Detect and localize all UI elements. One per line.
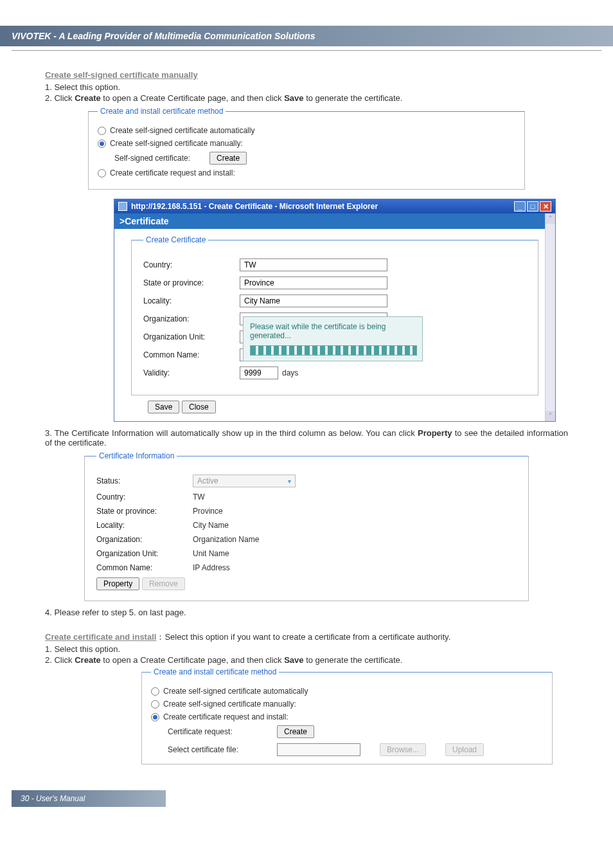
validity-unit: days (282, 368, 298, 377)
close-button[interactable]: ✕ (540, 201, 551, 212)
radio-label: Create self-signed certificate automatic… (163, 687, 308, 696)
remove-button[interactable]: Remove (142, 577, 185, 590)
step-text: 3. The Certificate Information will auto… (45, 428, 568, 448)
create-button[interactable]: Create (277, 725, 314, 738)
step-text: 1. Select this option. (45, 82, 568, 92)
radio-option-manual[interactable]: Create self-signed certificate manually: (151, 700, 543, 709)
field-value: Unit Name (193, 549, 229, 558)
locality-input[interactable] (240, 294, 387, 307)
step-text: 2. Click Create to open a Create Certifi… (45, 93, 568, 103)
field-label: Validity: (143, 368, 240, 377)
progress-modal: Please wait while the certificate is bei… (243, 316, 423, 361)
radio-icon (98, 169, 106, 177)
radio-icon (98, 127, 106, 135)
radio-label: Create certificate request and install: (110, 168, 235, 177)
ie-icon (118, 202, 127, 211)
country-input[interactable] (240, 258, 387, 271)
radio-icon (98, 140, 106, 148)
section-row: Create certificate and install：Select th… (45, 631, 568, 643)
radio-label: Create self-signed certificate manually: (163, 700, 296, 709)
fieldset-legend: Certificate Information (96, 451, 177, 460)
titlebar: http://192.168.5.151 - Create Certificat… (114, 199, 555, 213)
radio-option-request[interactable]: Create certificate request and install: (151, 712, 543, 721)
cert-info-fieldset: Certificate Information Status: Active▾ … (84, 451, 529, 601)
maximize-button[interactable]: □ (527, 201, 538, 212)
method-fieldset: Create and install certificate method Cr… (88, 107, 525, 190)
field-label: Country: (143, 260, 240, 269)
radio-option-request[interactable]: Create certificate request and install: (98, 168, 515, 177)
field-value: IP Address (193, 563, 230, 572)
step-text: 1. Select this option. (45, 644, 568, 654)
field-label: Status: (96, 476, 193, 485)
step-text: 2. Click Create to open a Create Certifi… (45, 655, 568, 665)
field-value: TW (193, 493, 205, 502)
field-label: Organization Unit: (143, 332, 240, 341)
field-label: Locality: (96, 521, 193, 530)
field-label: State or province: (143, 278, 240, 287)
radio-option-auto[interactable]: Create self-signed certificate automatic… (151, 687, 543, 696)
field-label: State or province: (96, 507, 193, 516)
cert-request-label: Certificate request: (168, 727, 258, 736)
self-cert-label: Self-signed certificate: (114, 154, 190, 163)
page-heading: >Certificate (114, 213, 555, 229)
minimize-button[interactable]: _ (514, 201, 526, 212)
validity-input[interactable] (240, 366, 278, 379)
radio-label: Create self-signed certificate manually: (110, 139, 243, 148)
radio-icon (151, 713, 159, 721)
field-label: Organization Unit: (96, 549, 193, 558)
field-value: Organization Name (193, 535, 259, 544)
chevron-down-icon: ▾ (288, 478, 291, 485)
fieldset-legend: Create Certificate (143, 235, 208, 244)
step-text: 4. Please refer to step 5. on last page. (45, 608, 568, 617)
fieldset-legend: Create and install certificate method (151, 667, 279, 676)
radio-label: Create self-signed certificate automatic… (110, 126, 254, 135)
save-button[interactable]: Save (148, 401, 179, 413)
state-input[interactable] (240, 276, 387, 289)
field-label: Common Name: (96, 563, 193, 572)
progress-bar (250, 345, 417, 356)
radio-option-auto[interactable]: Create self-signed certificate automatic… (98, 126, 515, 135)
browse-button[interactable]: Browse... (380, 743, 426, 756)
field-label: Country: (96, 493, 193, 502)
radio-icon (151, 700, 159, 709)
field-label: Locality: (143, 296, 240, 305)
status-select[interactable]: Active▾ (193, 475, 296, 487)
create-button[interactable]: Create (209, 152, 247, 165)
window-title: http://192.168.5.151 - Create Certificat… (131, 202, 378, 211)
method-fieldset-2: Create and install certificate method Cr… (141, 667, 553, 764)
page-header: VIVOTEK - A Leading Provider of Multimed… (12, 31, 315, 41)
section-title-install: Create certificate and install (45, 632, 156, 642)
field-value: Province (193, 507, 223, 516)
field-label: Common Name: (143, 350, 240, 359)
cert-file-input[interactable] (277, 743, 360, 756)
radio-option-manual[interactable]: Create self-signed certificate manually: (98, 139, 515, 148)
radio-icon (151, 687, 159, 696)
select-file-label: Select certificate file: (168, 745, 258, 754)
fieldset-legend: Create and install certificate method (98, 107, 226, 116)
close-button[interactable]: Close (182, 401, 216, 413)
browser-window: http://192.168.5.151 - Create Certificat… (114, 199, 556, 422)
property-button[interactable]: Property (96, 577, 139, 590)
section-title-manual: Create self-signed certificate manually (45, 70, 568, 80)
radio-label: Create certificate request and install: (163, 712, 289, 721)
page-footer: 30 - User's Manual (12, 790, 166, 807)
field-value: City Name (193, 521, 229, 530)
modal-text: Please wait while the certificate is bei… (250, 322, 416, 340)
field-label: Organization: (96, 535, 193, 544)
create-cert-fieldset: Create Certificate Country: State or pro… (131, 235, 538, 395)
upload-button[interactable]: Upload (445, 743, 484, 756)
field-label: Organization: (143, 314, 240, 323)
section-desc: ：Select this option if you want to creat… (156, 632, 450, 642)
